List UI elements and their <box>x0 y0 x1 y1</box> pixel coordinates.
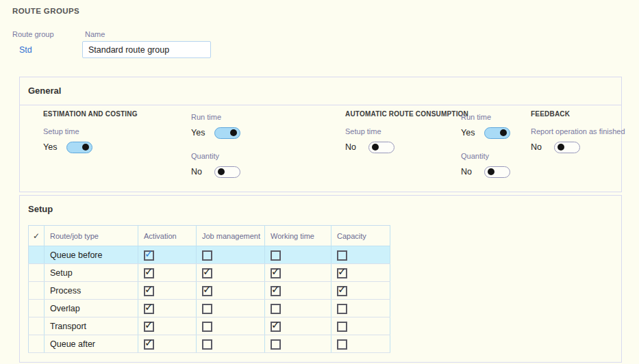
field-quantity-consumption: Quantity No <box>461 152 536 179</box>
job-management-checkbox[interactable] <box>202 322 212 332</box>
capacity-checkbox[interactable] <box>337 322 347 332</box>
run-time-est-toggle[interactable] <box>214 127 240 139</box>
activation-checkbox[interactable]: ✓ <box>144 304 154 314</box>
checkbox-cell: ✓ <box>138 317 197 335</box>
check-icon: ✓ <box>338 267 347 277</box>
select-all-icon[interactable]: ✓ <box>29 226 45 246</box>
working-time-checkbox[interactable]: ✓ <box>271 268 281 278</box>
setup-section-header[interactable]: Setup <box>28 196 53 223</box>
table-row[interactable]: Queue before✓ <box>29 246 390 264</box>
column-header-job-management[interactable]: Job management <box>197 226 265 246</box>
row-selector-cell[interactable] <box>29 317 45 335</box>
row-selector-cell[interactable] <box>29 282 45 300</box>
auto-route-consumption-column-2: Run time Yes Quantity No <box>461 113 536 179</box>
activation-checkbox[interactable]: ✓ <box>144 339 154 350</box>
capacity-checkbox[interactable] <box>337 339 347 350</box>
row-selector-cell[interactable] <box>29 335 45 353</box>
column-header-capacity[interactable]: Capacity <box>331 226 390 246</box>
toggle-knob <box>488 168 494 175</box>
check-icon: ✓ <box>203 285 212 295</box>
table-row[interactable]: Transport✓✓ <box>29 317 390 335</box>
route-group-value-link[interactable]: Std <box>19 45 32 55</box>
table-row[interactable]: Process✓✓✓✓ <box>29 282 390 300</box>
working-time-checkbox[interactable]: ✓ <box>271 286 281 296</box>
column-header-working-time[interactable]: Working time <box>265 226 331 246</box>
row-selector-cell[interactable] <box>29 264 45 282</box>
setup-time-consumption-toggle[interactable] <box>368 142 394 153</box>
working-time-checkbox[interactable]: ✓ <box>271 322 281 332</box>
toggle-knob <box>557 144 564 151</box>
capacity-checkbox[interactable]: ✓ <box>337 268 347 278</box>
table-row[interactable]: Setup✓✓✓✓ <box>29 264 390 282</box>
check-icon: ✓ <box>271 267 280 277</box>
group-title-feedback: FEEDBACK <box>531 110 639 118</box>
field-report-operation-finished: Report operation as finished No <box>531 127 639 154</box>
checkbox-cell <box>197 335 265 353</box>
check-icon: ✓ <box>338 285 347 295</box>
quantity-est-toggle[interactable] <box>214 166 240 178</box>
checkbox-cell <box>331 335 390 353</box>
check-icon: ✓ <box>203 267 212 277</box>
column-header-route-job-type[interactable]: Route/job type <box>45 226 138 246</box>
checkbox-cell: ✓ <box>331 264 390 282</box>
job-management-checkbox[interactable] <box>202 339 212 350</box>
field-label: Report operation as finished <box>531 127 639 135</box>
toggle-knob <box>230 129 237 136</box>
working-time-checkbox[interactable] <box>271 250 281 261</box>
run-time-consumption-toggle[interactable] <box>484 127 510 139</box>
checkbox-cell <box>197 317 265 335</box>
checkbox-cell <box>197 300 265 317</box>
toggle-knob <box>82 144 89 151</box>
feedback-column: FEEDBACK Report operation as finished No <box>531 110 639 154</box>
table-row[interactable]: Queue after✓ <box>29 335 390 353</box>
job-management-checkbox[interactable]: ✓ <box>202 268 212 278</box>
checkbox-cell <box>265 300 331 317</box>
report-operation-finished-toggle[interactable] <box>554 142 580 153</box>
auto-route-consumption-column: AUTOMATIC ROUTE CONSUMPTION Setup time N… <box>345 110 468 154</box>
row-selector-cell[interactable] <box>29 300 45 317</box>
activation-checkbox[interactable]: ✓ <box>144 322 154 332</box>
route-job-type-cell[interactable]: Setup <box>45 264 138 282</box>
toggle-value: No <box>531 142 554 152</box>
checkbox-cell: ✓ <box>138 300 197 317</box>
route-job-type-cell[interactable]: Queue before <box>45 246 138 264</box>
column-header-activation[interactable]: Activation <box>138 226 197 246</box>
toggle-value: No <box>345 142 368 152</box>
field-label: Run time <box>191 113 301 121</box>
row-selector-cell[interactable] <box>29 246 45 264</box>
activation-checkbox[interactable]: ✓ <box>144 286 154 296</box>
field-label: Quantity <box>461 152 536 160</box>
working-time-checkbox[interactable] <box>271 304 281 314</box>
table-row[interactable]: Overlap✓ <box>29 300 390 317</box>
field-quantity-est: Quantity No <box>191 152 301 179</box>
group-title-estimation-costing: ESTIMATION AND COSTING <box>43 110 180 118</box>
checkbox-cell: ✓ <box>197 282 265 300</box>
checkbox-cell: ✓ <box>265 317 331 335</box>
route-job-type-cell[interactable]: Process <box>45 282 138 300</box>
checkbox-cell: ✓ <box>138 335 197 353</box>
activation-checkbox[interactable]: ✓ <box>144 268 154 278</box>
job-management-checkbox[interactable] <box>202 304 212 314</box>
capacity-checkbox[interactable]: ✓ <box>337 286 347 296</box>
field-setup-time-consumption: Setup time No <box>345 127 468 154</box>
capacity-checkbox[interactable] <box>337 250 347 261</box>
checkbox-cell <box>331 317 390 335</box>
job-management-checkbox[interactable] <box>202 250 212 261</box>
table-header-row: ✓ Route/job type Activation Job manageme… <box>29 226 390 246</box>
working-time-checkbox[interactable] <box>271 339 281 350</box>
setup-time-est-toggle[interactable] <box>66 142 92 153</box>
field-label: Run time <box>461 113 536 121</box>
activation-checkbox[interactable]: ✓ <box>144 250 154 261</box>
route-job-type-cell[interactable]: Overlap <box>45 300 138 317</box>
toggle-value: Yes <box>461 128 484 138</box>
name-input[interactable] <box>82 41 211 58</box>
quantity-consumption-toggle[interactable] <box>484 166 510 178</box>
route-job-type-cell[interactable]: Queue after <box>45 335 138 353</box>
job-management-checkbox[interactable]: ✓ <box>202 286 212 296</box>
capacity-checkbox[interactable] <box>337 304 347 314</box>
field-run-time-est: Run time Yes <box>191 113 301 140</box>
general-divider <box>20 105 621 105</box>
route-job-type-cell[interactable]: Transport <box>45 317 138 335</box>
estimation-costing-column: ESTIMATION AND COSTING Setup time Yes <box>43 110 180 154</box>
general-section-header[interactable]: General <box>28 77 61 105</box>
